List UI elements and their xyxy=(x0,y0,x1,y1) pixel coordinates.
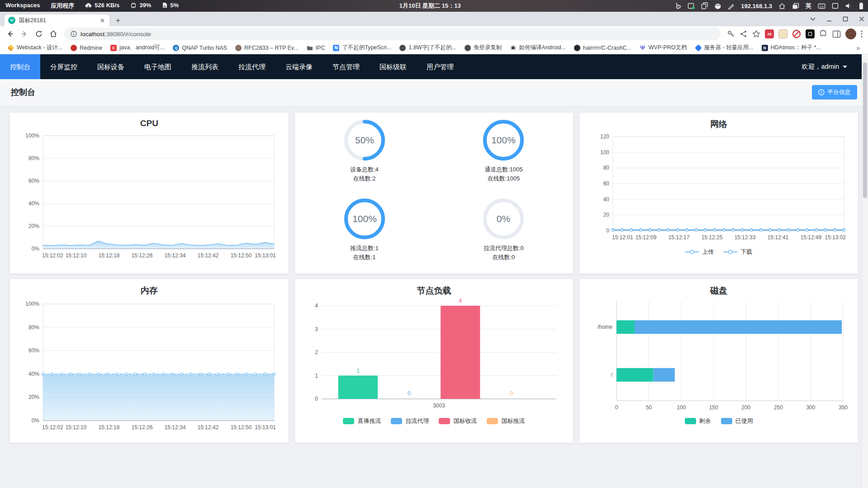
bookmark-item[interactable]: Redmine xyxy=(67,43,105,52)
back-button[interactable] xyxy=(4,28,16,40)
windows-stack-icon[interactable] xyxy=(792,3,799,9)
pen-tool-icon[interactable] xyxy=(728,3,735,9)
new-tab-button[interactable]: ＋ xyxy=(112,14,124,26)
bookmark-item[interactable]: NHDAtmos :: 种子 *... xyxy=(759,43,824,53)
legend-swatch xyxy=(721,418,732,424)
hbar-已使用[interactable] xyxy=(653,368,674,382)
ip-indicator[interactable]: 192.168.1.3 xyxy=(741,3,772,9)
nav-item-2[interactable]: 分屏监控 xyxy=(40,54,87,79)
axis-label: 100 xyxy=(600,149,609,156)
nav-item-3[interactable]: 国标设备 xyxy=(87,54,134,79)
scrollbar-thumb[interactable] xyxy=(863,62,867,198)
nav-item-10[interactable]: 用户管理 xyxy=(417,54,464,79)
legend-item[interactable]: 下载 xyxy=(724,248,752,256)
ext-archive-icon[interactable] xyxy=(778,29,787,38)
bookmark-item[interactable]: Webstack - 设计... xyxy=(5,43,66,53)
bookmark-item[interactable]: 知了不起的TypeScri... xyxy=(330,43,394,53)
nav-item-9[interactable]: 国标级联 xyxy=(370,54,417,79)
memory-chart[interactable]: 0%20%40%60%80%100%15:12:0215:12:1015:12:… xyxy=(17,297,281,437)
legend-item[interactable]: 剩余 xyxy=(685,417,711,425)
progress-ring: 100% xyxy=(481,118,526,162)
address-bar[interactable]: localhost:38080/#/console xyxy=(64,28,721,40)
sidebar-panel-icon[interactable] xyxy=(832,30,841,38)
bookmark-label: hairrrrr/C-CrashC... xyxy=(583,45,631,51)
share-icon[interactable] xyxy=(740,30,748,38)
screenshot-app-icon[interactable] xyxy=(688,2,695,9)
ext-js-icon[interactable]: JS xyxy=(765,29,774,38)
nav-item-4[interactable]: 电子地图 xyxy=(134,54,181,79)
ring-caption: 设备总数:4在线数:2 xyxy=(350,165,379,183)
hbar-剩余[interactable] xyxy=(617,320,635,334)
home-button[interactable] xyxy=(47,28,60,40)
bookmark-item[interactable]: 如何编译Android... xyxy=(507,43,569,53)
bookmarks-overflow-icon[interactable]: » xyxy=(853,44,863,52)
ext-blocker-icon[interactable] xyxy=(792,29,801,38)
bar-直播推流[interactable] xyxy=(338,376,378,399)
notification-panel-icon[interactable] xyxy=(832,3,839,9)
memory-card: 内存 0%20%40%60%80%100%15:12:0215:12:1015:… xyxy=(10,279,289,443)
minimize-button[interactable] xyxy=(826,16,832,22)
tab-close-icon[interactable]: ✕ xyxy=(99,17,106,24)
tab-search-chevron-icon[interactable] xyxy=(810,17,816,21)
nav-item-8[interactable]: 节点管理 xyxy=(323,54,370,79)
bookmark-item[interactable]: ΨWVP-PRO文档 xyxy=(636,43,690,53)
legend-item[interactable]: 国标收流 xyxy=(439,417,477,425)
cpu-chart[interactable]: 0%20%40%60%80%100%15:12:0215:12:1015:12:… xyxy=(17,128,281,265)
workspaces-button[interactable]: Workspaces xyxy=(0,2,45,9)
disk-legend: 剩余已使用 xyxy=(579,417,858,425)
battery-icon[interactable] xyxy=(859,2,863,9)
maximize-button[interactable] xyxy=(843,16,848,22)
fcitx-keyboard-icon[interactable] xyxy=(818,3,825,9)
disk-chart[interactable]: 050100150200250300350/home/ xyxy=(587,297,851,415)
home-tray-icon[interactable] xyxy=(778,3,786,9)
bookmark-item[interactable]: RFC2833 – RTP Ev... xyxy=(232,43,302,52)
user-menu[interactable]: 欢迎，admin xyxy=(802,62,847,71)
nav-item-1[interactable]: 控制台 xyxy=(0,54,40,79)
site-info-icon[interactable] xyxy=(71,31,77,37)
bookmark-item[interactable]: 服务器 - 轻量应用... xyxy=(692,43,757,53)
hbar-剩余[interactable] xyxy=(617,368,654,382)
network-chart[interactable]: 02040608010012015:12:0115:12:0915:12:171… xyxy=(587,130,851,246)
legend-item[interactable]: 已使用 xyxy=(721,417,753,425)
cpu-indicator: 39% xyxy=(125,2,157,9)
hbar-已使用[interactable] xyxy=(635,320,842,334)
forward-button[interactable] xyxy=(18,28,31,40)
legend-item[interactable]: 国标推流 xyxy=(487,417,525,425)
legend-item[interactable]: 直播推流 xyxy=(343,417,381,425)
axis-label: 15:12:50 xyxy=(231,424,252,431)
bookmark-item[interactable]: Cjava、android可... xyxy=(107,43,168,53)
legend-item[interactable]: 上传 xyxy=(685,248,714,256)
nav-item-7[interactable]: 云端录像 xyxy=(275,54,323,79)
progress-ring: 50% xyxy=(342,118,387,162)
input-language-indicator[interactable]: 英 xyxy=(806,2,811,10)
axis-label: 250 xyxy=(773,404,783,411)
bing-tray-icon[interactable] xyxy=(676,3,681,9)
bookmark-label: java、android可... xyxy=(119,44,165,52)
reload-button[interactable] xyxy=(33,28,45,40)
close-window-button[interactable] xyxy=(859,16,864,22)
nav-item-5[interactable]: 推流列表 xyxy=(181,54,228,79)
bookmark-item[interactable]: QQNAP Turbo NAS xyxy=(170,43,230,52)
bookmark-star-icon[interactable] xyxy=(752,30,760,38)
bookmark-item[interactable]: hairrrrr/C-CrashC... xyxy=(571,43,635,52)
browser-tab[interactable]: 国标28181 ✕ xyxy=(5,14,109,26)
profile-avatar[interactable] xyxy=(845,28,856,39)
browser-menu-dots-icon[interactable] xyxy=(861,30,863,38)
bookmark-item[interactable]: 1.8W字|了不起的... xyxy=(396,43,459,53)
applications-menu[interactable]: 应用程序 xyxy=(45,2,80,10)
axis-label: 15:12:18 xyxy=(99,252,120,259)
extensions-puzzle-icon[interactable] xyxy=(819,30,828,38)
password-key-icon[interactable] xyxy=(727,30,735,38)
bookmark-item[interactable]: IPC xyxy=(304,43,328,52)
bar-国标收流[interactable] xyxy=(441,306,480,399)
platform-info-button[interactable]: 平台信息 xyxy=(812,85,857,99)
nav-item-6[interactable]: 拉流代理 xyxy=(228,54,275,79)
legend-item[interactable]: 拉流代理 xyxy=(391,417,429,425)
volume-muted-icon[interactable] xyxy=(845,3,853,9)
potplayer-tray-icon[interactable] xyxy=(714,3,721,9)
bookmark-item[interactable]: 免登录复制 xyxy=(461,43,505,53)
clipboard-icon[interactable] xyxy=(701,2,708,9)
ext-capture-icon[interactable] xyxy=(806,29,815,38)
nodeload-chart[interactable]: 0123410403003 xyxy=(302,297,566,415)
clock[interactable]: 1月10日 星期二 15：13 xyxy=(184,2,676,10)
